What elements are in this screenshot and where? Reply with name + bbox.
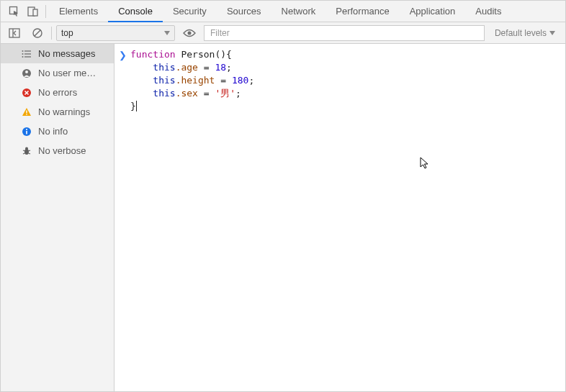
sidebar-item-messages[interactable]: No messages <box>1 44 114 63</box>
tab-application[interactable]: Application <box>400 1 466 22</box>
sidebar-item-label: No verbose <box>38 145 86 156</box>
console-area[interactable]: ❯ function Person(){ this.age = 18; this… <box>114 44 565 391</box>
sidebar-item-label: No warnings <box>38 106 90 117</box>
svg-line-6 <box>35 30 40 36</box>
warning-icon <box>21 106 32 118</box>
sidebar-item-label: No messages <box>38 48 95 59</box>
svg-rect-18 <box>26 114 27 114</box>
inspect-element-icon[interactable] <box>5 2 24 21</box>
live-expression-icon[interactable] <box>179 25 199 41</box>
sidebar-item-info[interactable]: No info <box>1 122 114 141</box>
svg-rect-3 <box>9 29 19 37</box>
tab-elements[interactable]: Elements <box>49 1 108 22</box>
svg-point-13 <box>22 56 24 58</box>
svg-rect-20 <box>26 131 27 135</box>
svg-rect-17 <box>26 110 27 113</box>
tab-performance[interactable]: Performance <box>325 1 399 22</box>
bug-icon <box>21 145 32 157</box>
svg-rect-2 <box>33 9 37 16</box>
svg-point-12 <box>22 53 24 55</box>
svg-line-26 <box>23 153 25 154</box>
sidebar-item-label: No errors <box>38 87 77 98</box>
list-icon <box>21 48 32 60</box>
tab-audits[interactable]: Audits <box>465 1 511 22</box>
svg-point-7 <box>188 31 192 35</box>
chevron-down-icon <box>549 31 555 35</box>
svg-point-21 <box>26 129 27 130</box>
filter-input[interactable] <box>204 25 485 41</box>
svg-line-24 <box>23 150 25 151</box>
tab-console[interactable]: Console <box>108 1 163 22</box>
svg-point-23 <box>25 147 28 150</box>
console-sidebar: No messages No user me… No errors No war… <box>1 44 114 391</box>
sidebar-item-label: No info <box>38 126 68 137</box>
prompt-chevron-icon: ❯ <box>119 50 127 60</box>
devtools-tabs: Elements Console Security Sources Networ… <box>1 1 565 22</box>
svg-line-27 <box>29 153 31 154</box>
sidebar-item-warnings[interactable]: No warnings <box>1 102 114 122</box>
user-icon <box>21 68 32 79</box>
svg-line-25 <box>29 150 31 151</box>
context-selector[interactable]: top <box>56 25 175 41</box>
sidebar-item-verbose[interactable]: No verbose <box>1 141 114 160</box>
sidebar-item-errors[interactable]: No errors <box>1 83 114 102</box>
sidebar-item-user-messages[interactable]: No user me… <box>1 63 114 83</box>
tab-sources[interactable]: Sources <box>217 1 271 22</box>
console-input-code[interactable]: function Person(){ this.age = 18; this.h… <box>130 48 565 113</box>
context-value: top <box>61 28 73 38</box>
log-levels-selector[interactable]: Default levels <box>489 28 561 38</box>
tab-network[interactable]: Network <box>271 1 326 22</box>
mouse-cursor-icon <box>420 157 430 170</box>
tab-security[interactable]: Security <box>163 1 217 22</box>
sidebar-item-label: No user me… <box>38 68 96 78</box>
device-toolbar-icon[interactable] <box>24 2 42 21</box>
clear-console-icon[interactable] <box>28 25 47 41</box>
svg-point-15 <box>25 70 28 73</box>
sidebar-toggle-icon[interactable] <box>5 25 24 41</box>
svg-point-11 <box>22 50 24 52</box>
console-toolbar: top Default levels <box>1 22 565 44</box>
info-icon <box>21 126 32 137</box>
levels-label: Default levels <box>495 28 547 38</box>
chevron-down-icon <box>164 31 170 35</box>
error-icon <box>21 87 32 99</box>
